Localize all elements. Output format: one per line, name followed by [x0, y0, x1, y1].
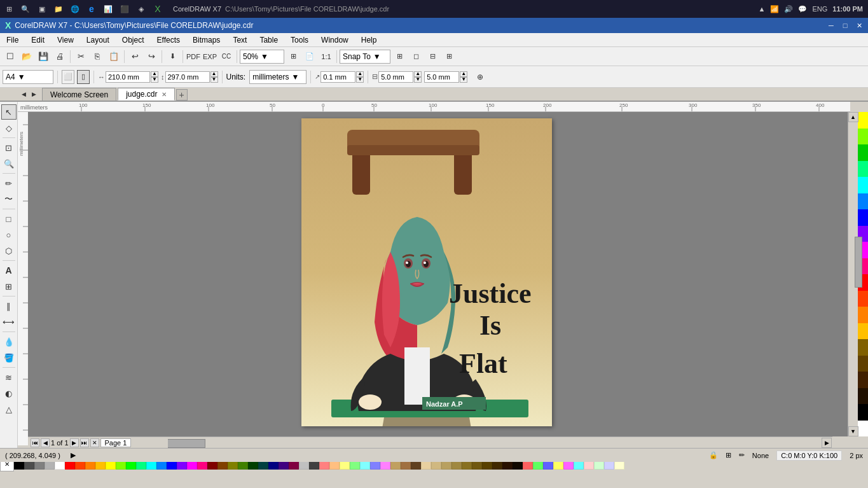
paper-size-dropdown[interactable]: A4 ▼ [3, 70, 53, 84]
height-input[interactable] [165, 71, 210, 83]
titlebar-close-button[interactable]: ✕ [853, 20, 865, 31]
rp-swatch-white[interactable] [858, 421, 868, 437]
menu-window[interactable]: Window [315, 33, 355, 47]
extrude-tool-button[interactable]: △ [1, 401, 17, 417]
blend-tool-button[interactable]: ≋ [1, 370, 17, 385]
freehand-tool-button[interactable]: ✏ [1, 176, 17, 191]
tab-scroll-left-button[interactable]: ◀ [19, 89, 28, 99]
nav-next-button[interactable]: ▶ [70, 438, 79, 447]
snap-dropdown[interactable]: Snap To ▼ [340, 50, 390, 64]
rp-swatch-green[interactable] [858, 144, 868, 161]
chart-icon[interactable]: 📊 [102, 3, 114, 15]
ie-icon[interactable]: e [85, 3, 98, 15]
portrait-btn[interactable]: ▯ [77, 70, 90, 84]
copy-button[interactable]: ⎘ [90, 49, 105, 64]
zoom-actual-button[interactable]: 1:1 [319, 49, 334, 64]
publish-button[interactable]: PDF [186, 49, 201, 64]
rp-swatch-orange[interactable] [858, 307, 868, 323]
browser-icon[interactable]: 🌐 [69, 3, 81, 15]
rectangle-tool-button[interactable]: □ [1, 211, 17, 227]
nudge-down-button[interactable]: ▼ [356, 77, 364, 83]
width-down-button[interactable]: ▼ [151, 77, 158, 83]
tab-welcome[interactable]: Welcome Screen [42, 88, 116, 101]
zoom-dropdown[interactable]: 50% ▼ [240, 50, 284, 64]
menu-edit[interactable]: Edit [25, 33, 51, 47]
expand-icon[interactable]: ▶ [71, 451, 76, 459]
menu-text[interactable]: Text [226, 33, 253, 47]
tab-scroll-right-button[interactable]: ▶ [29, 89, 38, 99]
nav-prev-button[interactable]: ◀ [41, 438, 50, 447]
shape-tool-button[interactable]: ◇ [1, 120, 17, 136]
rp-swatch-black2[interactable] [858, 388, 868, 405]
select-tool-button[interactable]: ↖ [1, 104, 17, 120]
undo-button[interactable]: ↩ [127, 49, 142, 64]
corelconnect-button[interactable]: CC [219, 49, 234, 64]
task-view-icon[interactable]: ▣ [36, 3, 48, 15]
titlebar-maximize-button[interactable]: □ [839, 20, 851, 31]
text-tool-button[interactable]: A [1, 263, 17, 278]
menu-table[interactable]: Table [253, 33, 284, 47]
rp-swatch-cyan[interactable] [858, 177, 868, 193]
parallel-tool-button[interactable]: ∥ [1, 298, 17, 314]
import-button[interactable]: ⬇ [165, 49, 180, 64]
connector-tool-button[interactable]: ⟷ [1, 314, 17, 330]
app2-icon[interactable]: ◈ [135, 3, 148, 15]
smart-draw-tool-button[interactable]: 〜 [1, 192, 17, 207]
menu-layout[interactable]: Layout [80, 33, 116, 47]
gutter-h-down-button[interactable]: ▼ [460, 77, 467, 83]
snap-icon-btn[interactable]: ⊞ [392, 49, 407, 64]
rp-swatch-green2[interactable] [858, 161, 868, 178]
titlebar-minimize-button[interactable]: ─ [825, 20, 837, 31]
zoom-fit-button[interactable]: ⊞ [286, 49, 301, 64]
open-button[interactable]: 📂 [19, 49, 34, 64]
rp-swatch-yellow[interactable] [858, 112, 868, 129]
scroll-down-button[interactable]: ▼ [848, 426, 858, 436]
rp-swatch-brown[interactable] [858, 339, 868, 356]
rp-swatch-verydarkbrown[interactable] [858, 372, 868, 388]
height-down-button[interactable]: ▼ [210, 77, 218, 83]
nudge-input[interactable] [320, 71, 355, 83]
print-button[interactable]: 🖨 [52, 49, 67, 64]
tab-file-close-icon[interactable]: ✕ [162, 91, 167, 98]
menu-effects[interactable]: Effects [151, 33, 186, 47]
polygon-tool-button[interactable]: ⬡ [1, 243, 17, 258]
rp-swatch-darkbrown[interactable] [858, 356, 868, 372]
new-button[interactable]: ☐ [3, 49, 18, 64]
view-btn1[interactable]: ◻ [408, 49, 424, 64]
menu-tools[interactable]: Tools [284, 33, 315, 47]
crop-tool-button[interactable]: ⊡ [1, 140, 17, 155]
cut-button[interactable]: ✂ [73, 49, 88, 64]
vscroll-thumb[interactable] [855, 237, 862, 288]
table-tool-button[interactable]: ⊞ [1, 279, 17, 294]
rp-swatch-azure[interactable] [858, 193, 868, 210]
folder-icon[interactable]: 📁 [52, 3, 65, 15]
width-input[interactable] [106, 71, 150, 83]
gutter-w-down-button[interactable]: ▼ [414, 77, 422, 83]
tab-add-button[interactable]: + [176, 89, 188, 101]
rp-swatch-orange2[interactable] [858, 291, 868, 307]
layout-settings-button[interactable]: ⊕ [472, 69, 488, 85]
menu-file[interactable]: File [0, 33, 25, 47]
nav-stop-button[interactable]: ✕ [90, 438, 99, 447]
nav-last-button[interactable]: ⏭ [80, 438, 89, 447]
paste-button[interactable]: 📋 [106, 49, 121, 64]
menu-bitmaps[interactable]: Bitmaps [186, 33, 226, 47]
rp-swatch-black[interactable] [858, 404, 868, 421]
gutter-h-input[interactable] [424, 71, 459, 83]
tab-file[interactable]: judge.cdr ✕ [118, 88, 174, 101]
hscroll-thumb[interactable] [167, 439, 205, 448]
scroll-up-button[interactable]: ▲ [848, 112, 858, 122]
units-dropdown[interactable]: millimeters ▼ [249, 70, 307, 84]
view-btn3[interactable]: ⊞ [441, 49, 457, 64]
landscape-btn[interactable]: ⬜ [62, 70, 74, 84]
fill-tool-button[interactable]: 🪣 [1, 350, 17, 365]
menu-object[interactable]: Object [116, 33, 151, 47]
zoom-page-button[interactable]: 📄 [302, 49, 317, 64]
redo-button[interactable]: ↪ [144, 49, 159, 64]
rp-swatch-gold[interactable] [858, 323, 868, 340]
menu-view[interactable]: View [51, 33, 80, 47]
search-icon[interactable]: 🔍 [19, 3, 32, 15]
menu-help[interactable]: Help [355, 33, 383, 47]
save-button[interactable]: 💾 [36, 49, 51, 64]
windows-icon[interactable]: ⊞ [3, 3, 15, 15]
